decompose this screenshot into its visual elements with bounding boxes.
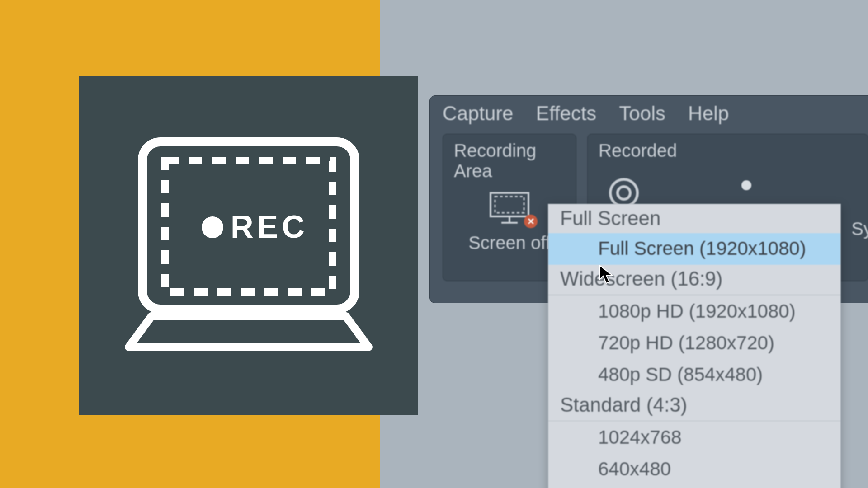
stage: REC Capture Effects Tools Help Recording… xyxy=(0,0,868,488)
dd-header-widescreen: Widescreen (16:9) xyxy=(548,265,840,294)
divider xyxy=(548,295,840,295)
menu-tools[interactable]: Tools xyxy=(619,102,665,125)
svg-text:REC: REC xyxy=(231,209,308,244)
dd-item-720p[interactable]: 720p HD (1280x720) xyxy=(548,328,840,359)
screen-off-label: Screen off xyxy=(468,233,551,253)
recorded-title: Recorded xyxy=(599,141,677,161)
menu-help[interactable]: Help xyxy=(688,102,729,125)
dd-item-1080p[interactable]: 1080p HD (868x488) xyxy=(548,296,840,328)
menu-capture[interactable]: Capture xyxy=(443,102,514,125)
dd-item-1024x768[interactable]: 1024x768 xyxy=(548,422,840,454)
svg-point-2 xyxy=(202,216,223,238)
sys-label: Sys xyxy=(851,219,868,239)
screen-area-icon: ✕ xyxy=(488,190,531,225)
svg-point-8 xyxy=(610,179,637,206)
dd-item-640x480[interactable]: 640x480 xyxy=(548,454,840,485)
dd-header-fullscreen: Full Screen xyxy=(548,204,840,233)
app-logo-box: REC xyxy=(79,76,418,415)
divider xyxy=(548,421,840,421)
slider-handle[interactable] xyxy=(741,180,751,190)
menu-bar: Capture Effects Tools Help xyxy=(430,96,868,134)
dd-item-480p[interactable]: 480p SD (854x480) xyxy=(548,359,840,391)
close-icon[interactable]: ✕ xyxy=(524,215,538,228)
dd-header-recent: Recent areas xyxy=(548,485,840,488)
menu-effects[interactable]: Effects xyxy=(536,102,597,125)
svg-point-9 xyxy=(618,187,630,199)
dd-item-fullscreen-1920[interactable]: Full Screen (868x488) xyxy=(548,233,840,265)
recording-area-title: Recording Area xyxy=(454,141,565,181)
area-size-dropdown: Full Screen Full Screen (868x488) Wide… xyxy=(548,204,841,488)
svg-rect-5 xyxy=(495,197,524,213)
dd-header-standard: Standard (4:3) xyxy=(548,391,840,420)
laptop-rec-icon: REC xyxy=(111,135,387,356)
